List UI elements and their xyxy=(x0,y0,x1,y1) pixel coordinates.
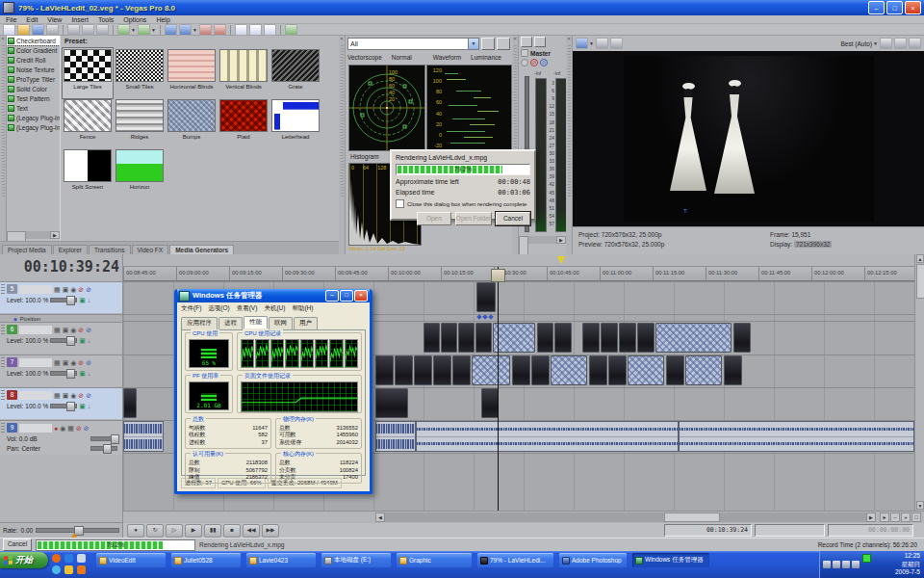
quick-launch-icon[interactable] xyxy=(52,565,61,574)
taskbar-button[interactable]: Juliet0528 xyxy=(171,553,241,567)
taskbar-button[interactable]: Adobe Photoshop xyxy=(559,553,627,567)
generator-item[interactable]: (Legacy Plug-In xyxy=(7,122,60,132)
timeline-event[interactable] xyxy=(733,323,751,353)
close-button[interactable]: × xyxy=(905,1,921,14)
solo-icon[interactable]: ⊘ xyxy=(86,285,91,294)
selection-edit-tool-icon[interactable] xyxy=(264,24,276,36)
timeline-event[interactable] xyxy=(685,355,722,385)
task-manager-tab[interactable]: 用户 xyxy=(294,317,318,329)
quick-launch-icon[interactable] xyxy=(77,554,86,563)
cut-icon[interactable] xyxy=(67,24,80,36)
make-compositing-child-icon[interactable]: ↓ xyxy=(88,336,91,345)
save-icon[interactable] xyxy=(32,24,44,36)
taskbar-button[interactable]: Lavie0423 xyxy=(246,553,316,567)
preset-item[interactable]: Large Tiles xyxy=(63,48,113,98)
track-grip[interactable] xyxy=(1,390,5,400)
start-button[interactable]: 开始 xyxy=(0,552,48,568)
track-motion-icon[interactable]: ▣ xyxy=(63,285,69,294)
solo-icon[interactable]: ⊘ xyxy=(86,391,91,400)
compositing-mode-icon[interactable]: ▣ xyxy=(79,336,86,345)
scope-grid-icon[interactable] xyxy=(497,38,510,50)
volume-slider[interactable] xyxy=(90,436,117,441)
timeline-event[interactable] xyxy=(601,323,618,353)
preset-item[interactable]: Plaid xyxy=(218,98,269,148)
rate-slider[interactable] xyxy=(36,528,119,533)
timeline-event[interactable] xyxy=(554,323,572,353)
dock-tab[interactable]: Project Media xyxy=(2,245,52,254)
timeline-event[interactable] xyxy=(123,388,137,418)
selection-length-field[interactable]: 00:00:00:00 xyxy=(828,524,913,537)
hscroll-thumb[interactable] xyxy=(664,512,720,522)
preset-item[interactable]: Ridges xyxy=(115,98,165,148)
timeline-event[interactable] xyxy=(608,355,627,385)
preset-item[interactable]: Letterhead xyxy=(270,98,321,148)
time-ruler[interactable]: 00:08:45:0000:09:00:0000:09:15:0000:09:3… xyxy=(123,267,914,281)
bypass-motion-blur-icon[interactable]: ▦ xyxy=(54,326,61,334)
timeline-event[interactable] xyxy=(458,323,475,353)
quick-launch-icon[interactable] xyxy=(64,554,73,563)
mute-icon[interactable]: ⊘ xyxy=(78,391,84,400)
taskbar-button[interactable]: Windows 任务管理器 xyxy=(632,553,709,567)
menu-item[interactable]: 文件(F) xyxy=(181,304,201,313)
timeline-event[interactable] xyxy=(551,355,587,385)
track-grip[interactable] xyxy=(1,357,5,367)
taskbar-clock[interactable]: 12:25 星期日 2009-7-5 xyxy=(895,552,924,577)
scopes-dock-handle[interactable]: × xyxy=(339,36,346,254)
menu-item[interactable]: File xyxy=(6,16,16,22)
cursor-handle[interactable] xyxy=(491,269,505,282)
scroll-right-icon[interactable]: ▶ xyxy=(866,512,876,522)
hscroll-track[interactable] xyxy=(385,512,866,522)
tray-icon[interactable] xyxy=(842,561,850,568)
normal-edit-tool-icon[interactable] xyxy=(235,24,247,36)
task-manager-tab[interactable]: 进程 xyxy=(218,317,243,329)
timeline-event[interactable] xyxy=(589,355,607,385)
timecode-display[interactable]: 00:10:39:24 xyxy=(24,258,119,276)
timeline-event[interactable] xyxy=(475,323,492,353)
scroll-left-icon[interactable]: ◀ xyxy=(375,512,385,522)
track-name-field[interactable] xyxy=(19,424,52,433)
quick-launch-icon[interactable] xyxy=(52,554,61,563)
scope-settings-icon[interactable] xyxy=(481,38,495,50)
dock-tab[interactable]: Transitions xyxy=(89,245,131,254)
timeline-event[interactable] xyxy=(493,323,535,353)
audio-event[interactable] xyxy=(123,421,164,452)
zoom-selection-icon[interactable]: □ xyxy=(911,512,921,522)
taskbar-button[interactable]: Graphic xyxy=(397,553,472,567)
copy-snapshot-icon[interactable] xyxy=(894,38,907,49)
project-properties-icon[interactable] xyxy=(576,38,588,49)
mute-output-icon[interactable]: ⊘ xyxy=(530,59,538,66)
open-icon[interactable] xyxy=(17,24,30,36)
timeline-event[interactable] xyxy=(441,323,457,353)
scope-filter-select[interactable]: All▼ xyxy=(347,38,479,50)
timeline-event[interactable] xyxy=(582,323,600,353)
generator-list-scrollbar[interactable]: ◀▶ xyxy=(7,231,60,239)
track-header-8[interactable]: 8 ▦ ▣ ◉ ⊘ ⊘ Level: 100.0 % ▣ ↓ xyxy=(0,387,122,419)
keyframe-icon[interactable] xyxy=(482,314,488,320)
generator-item[interactable]: Text xyxy=(7,103,60,113)
cancel-render-button[interactable]: Cancel xyxy=(496,212,530,225)
generator-item[interactable]: (Legacy Plug-In xyxy=(7,113,60,122)
dim-output-icon[interactable] xyxy=(521,59,528,66)
menu-item[interactable]: Help xyxy=(156,16,169,22)
undo-icon[interactable] xyxy=(117,24,130,36)
redo-icon[interactable] xyxy=(138,24,150,36)
timeline-event[interactable] xyxy=(531,355,550,385)
solo-icon[interactable]: ⊘ xyxy=(84,424,90,433)
cancel-button[interactable]: Cancel xyxy=(3,539,32,551)
auto-ripple-icon[interactable] xyxy=(179,24,192,36)
generator-item[interactable]: ProType Titler xyxy=(7,74,60,84)
track-fx-icon[interactable]: ◉ xyxy=(70,326,76,334)
preset-item[interactable]: Grate xyxy=(270,48,321,98)
help-icon[interactable] xyxy=(285,24,297,36)
menu-item[interactable]: 选项(O) xyxy=(208,304,229,313)
track-header-5[interactable]: 5 ▦ ▣ ◉ ⊘ ⊘ Level: 100.0 % ▣ ↓ xyxy=(0,281,122,313)
track-grip[interactable] xyxy=(1,284,5,294)
task-manager-tab[interactable]: 性能 xyxy=(244,316,268,328)
menu-item[interactable]: Tools xyxy=(98,16,114,22)
close-panel-icon[interactable]: × xyxy=(339,36,345,41)
generator-item[interactable]: Checkerboard xyxy=(7,36,60,45)
tray-icon[interactable] xyxy=(823,561,831,568)
lock-envelopes-icon[interactable] xyxy=(199,24,212,36)
minimize-button[interactable]: ‒ xyxy=(868,1,885,14)
timeline-event[interactable] xyxy=(472,355,510,385)
